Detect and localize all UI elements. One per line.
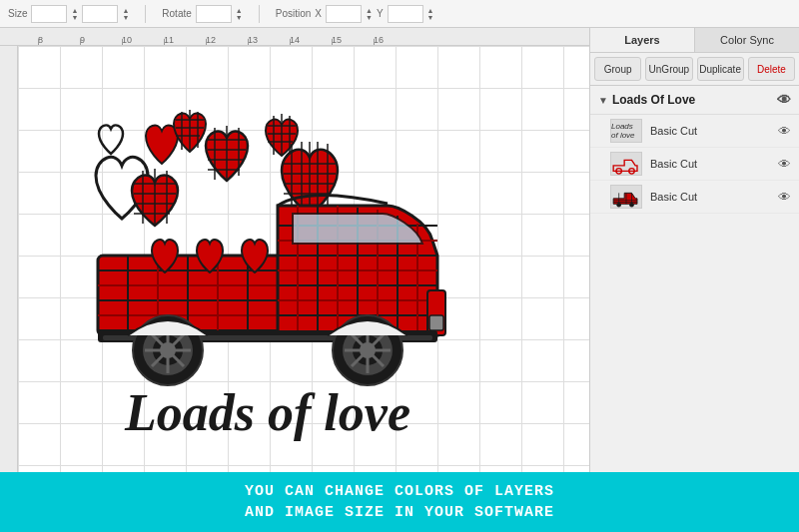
height-input[interactable]: [82, 5, 118, 23]
panel-tabs: Layers Color Sync: [590, 28, 799, 53]
ungroup-button[interactable]: UnGroup: [645, 57, 692, 81]
size-group: Size ▲▼ ▲▼: [8, 5, 129, 23]
x-label: X: [315, 8, 322, 19]
ruler-left-num-4: [0, 172, 18, 214]
ruler-left-num-2: [0, 88, 18, 130]
layer-name-2: Basic Cut: [650, 158, 778, 170]
y-label: Y: [377, 8, 384, 19]
layer-thumb-3: [610, 185, 642, 209]
position-label: Position: [276, 8, 312, 19]
x-stepper[interactable]: ▲▼: [366, 7, 373, 21]
ruler-num-9: 9: [80, 35, 122, 45]
layer-name-3: Basic Cut: [650, 191, 778, 203]
layer-item-1[interactable]: Loads of love Basic Cut 👁: [590, 115, 799, 148]
height-stepper[interactable]: ▲▼: [122, 7, 129, 21]
ruler-left-num-3: [0, 130, 18, 172]
tab-layers[interactable]: Layers: [590, 28, 695, 52]
banner-line-1: YOU CAN CHANGE COLORS OF LAYERS: [245, 481, 554, 502]
banner-text: YOU CAN CHANGE COLORS OF LAYERS AND IMAG…: [245, 481, 554, 523]
divider-1: [145, 5, 146, 23]
svg-rect-63: [429, 315, 443, 330]
ruler-num-11: 11: [164, 35, 206, 45]
y-stepper[interactable]: ▲▼: [427, 7, 434, 21]
ruler-left-num-6: [0, 256, 18, 297]
ruler-top: 8 9 10 11 12 13 14 15 16: [0, 28, 589, 46]
panel-actions: Group UnGroup Duplicate Delete: [590, 53, 799, 86]
ruler-num-13: 13: [248, 35, 290, 45]
ruler-left-num-9: [0, 381, 18, 423]
main-area: 8 9 10 11 12 13 14 15 16: [0, 28, 799, 472]
layer-thumb-1: Loads of love: [610, 119, 642, 143]
ruler-num-10: 10: [122, 35, 164, 45]
rotate-stepper[interactable]: ▲▼: [236, 7, 243, 21]
ruler-num-16: 16: [374, 35, 415, 45]
banner-line-2: AND IMAGE SIZE IN YOUR SOFTWARE: [245, 502, 554, 523]
canvas-area[interactable]: 8 9 10 11 12 13 14 15 16: [0, 28, 589, 472]
main-layer-name: Loads Of Love: [612, 93, 695, 107]
layer-eye-1[interactable]: 👁: [778, 124, 791, 139]
ruler-left-num-8: [0, 339, 18, 381]
ruler-left-num-5: [0, 214, 18, 256]
rotate-input[interactable]: [196, 5, 232, 23]
svg-point-90: [616, 203, 621, 208]
canvas-white[interactable]: Loads of love: [18, 46, 589, 472]
position-group: Position X ▲▼ Y ▲▼: [276, 5, 434, 23]
layer-expand-arrow: ▼: [598, 95, 608, 106]
svg-point-91: [629, 203, 634, 208]
layer-item-3[interactable]: Basic Cut 👁: [590, 181, 799, 214]
rotate-label: Rotate: [162, 8, 191, 19]
layer-thumb-2: [610, 152, 642, 176]
ruler-numbers-top: 8 9 10 11 12 13 14 15 16: [36, 35, 415, 45]
ruler-num-15: 15: [332, 35, 374, 45]
main-layer-eye-icon[interactable]: 👁: [777, 92, 791, 108]
ruler-num-12: 12: [206, 35, 248, 45]
svg-text:Loads of love: Loads of love: [124, 384, 410, 441]
group-button[interactable]: Group: [594, 57, 641, 81]
bottom-banner: YOU CAN CHANGE COLORS OF LAYERS AND IMAG…: [0, 472, 799, 532]
layer-eye-2[interactable]: 👁: [778, 157, 791, 172]
ruler-left-num-7: [0, 297, 18, 339]
rotate-group: Rotate ▲▼: [162, 5, 242, 23]
layer-eye-3[interactable]: 👁: [778, 190, 791, 205]
tab-color-sync[interactable]: Color Sync: [695, 28, 799, 52]
ruler-num-14: 14: [290, 35, 332, 45]
ruler-left-num-1: [0, 46, 18, 88]
duplicate-button[interactable]: Duplicate: [697, 57, 744, 81]
toolbar: Size ▲▼ ▲▼ Rotate ▲▼ Position X ▲▼ Y ▲▼: [0, 0, 799, 28]
ruler-left-numbers: [0, 46, 18, 423]
width-input[interactable]: [31, 5, 67, 23]
ruler-num-8: 8: [38, 35, 80, 45]
divider-2: [259, 5, 260, 23]
y-input[interactable]: [388, 5, 423, 23]
size-label: Size: [8, 8, 27, 19]
delete-button[interactable]: Delete: [748, 57, 795, 81]
width-stepper[interactable]: ▲▼: [71, 7, 78, 21]
x-input[interactable]: [326, 5, 362, 23]
layer-name-1: Basic Cut: [650, 125, 778, 137]
right-panel: Layers Color Sync Group UnGroup Duplicat…: [589, 28, 799, 472]
design-svg: Loads of love: [78, 76, 457, 465]
layer-item-2[interactable]: Basic Cut 👁: [590, 148, 799, 181]
main-layer-header[interactable]: ▼ Loads Of Love 👁: [590, 86, 799, 115]
truck-group: [98, 195, 445, 385]
